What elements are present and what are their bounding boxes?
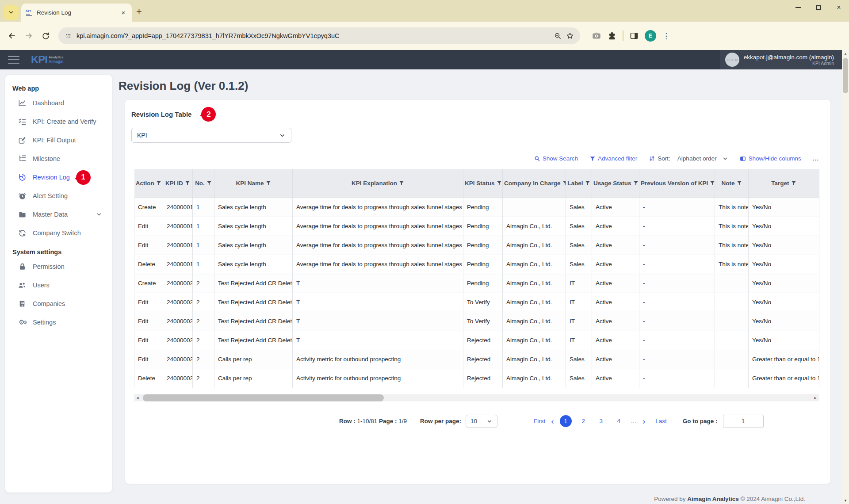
app-logo[interactable]: KPI Analytics Aimagin (31, 54, 64, 65)
column-header[interactable]: KPI Explanation (293, 169, 463, 198)
advanced-filter-button[interactable]: Advanced filter (589, 155, 637, 162)
column-header[interactable]: KPI ID (163, 169, 193, 198)
sidebar-item-milestone[interactable]: Milestone (5, 149, 112, 168)
last-page-link[interactable]: Last (655, 418, 667, 424)
page-number-1[interactable]: 1 (560, 415, 572, 427)
scroll-up-icon[interactable]: ▲ (842, 50, 849, 57)
column-filter-icon[interactable] (633, 180, 639, 186)
table-cell (503, 198, 566, 217)
table-row[interactable]: Edit240000022Test Rejected Add CR Delete… (134, 331, 819, 350)
hamburger-menu-icon[interactable] (8, 56, 19, 64)
table-row[interactable]: Edit240000011Sales cycle lengthAverage t… (134, 236, 819, 255)
column-filter-icon[interactable] (266, 180, 271, 186)
side-panel-icon[interactable] (630, 31, 639, 40)
sidebar-item-settings[interactable]: ⚙⚙ Settings (5, 313, 112, 332)
table-row[interactable]: Edit240000022Calls per repActivity metri… (134, 350, 819, 369)
table-row[interactable]: Edit240000022Test Rejected Add CR Delete… (134, 293, 819, 312)
extensions-puzzle-icon[interactable] (608, 31, 616, 40)
vertical-scroll-thumb[interactable] (843, 58, 848, 93)
rows-per-page-select[interactable]: 10 (466, 415, 497, 428)
address-bar[interactable]: kpi.aimagin.com/?_appId=app_170427737983… (58, 27, 580, 44)
prev-page-icon[interactable]: ‹ (551, 417, 554, 425)
goto-page-input[interactable]: 1 (723, 415, 764, 428)
camera-icon[interactable] (592, 31, 601, 41)
next-page-icon[interactable]: › (642, 417, 645, 425)
column-filter-icon[interactable] (737, 180, 742, 186)
new-tab-button[interactable]: + (136, 6, 142, 17)
column-header[interactable]: Company in Charge (503, 169, 566, 198)
column-filter-icon[interactable] (399, 180, 404, 186)
close-tab-icon[interactable]: × (119, 9, 127, 17)
table-row[interactable]: Delete240000022Calls per repActivity met… (134, 369, 819, 388)
first-page-link[interactable]: First (534, 418, 545, 424)
browser-tab[interactable]: KPI Revision Log × (21, 4, 132, 22)
page-number-2[interactable]: 2 (577, 415, 589, 427)
maximize-button[interactable] (808, 0, 829, 15)
column-header[interactable]: Target (749, 169, 819, 198)
table-row[interactable]: Create240000022Test Rejected Add CR Dele… (134, 274, 819, 293)
table-cell: Activity metric for outbound prospecting (293, 350, 463, 369)
close-window-button[interactable]: × (829, 0, 849, 15)
table-row[interactable]: Delete240000011Sales cycle lengthAverage… (134, 255, 819, 274)
sidebar-item-revision-log[interactable]: Revision Log 1 (5, 168, 112, 187)
column-filter-icon[interactable] (562, 180, 566, 186)
scroll-left-icon[interactable]: ◄ (134, 394, 141, 401)
table-toolbar: Show Search Advanced filter Sort: Alphab… (534, 155, 819, 162)
column-header[interactable]: KPI Status (463, 169, 503, 198)
table-row[interactable]: Edit240000022Test Rejected Add CR Delete… (134, 312, 819, 331)
more-options-button[interactable]: ... (813, 155, 819, 162)
tab-search-button[interactable] (4, 5, 19, 20)
zoom-out-icon[interactable] (554, 32, 562, 40)
table-cell: Pending (463, 274, 503, 293)
sidebar-item-kpi-fill-output[interactable]: KPI: Fill Output (5, 131, 112, 149)
column-header[interactable]: No. (193, 169, 214, 198)
column-header[interactable]: KPI Name (214, 169, 293, 198)
column-filter-icon[interactable] (585, 180, 590, 186)
column-header[interactable]: Note (715, 169, 749, 198)
bookmark-star-icon[interactable] (566, 32, 574, 40)
horizontal-scroll-thumb[interactable] (143, 394, 384, 401)
revision-table-select[interactable]: KPI (131, 128, 291, 143)
sidebar-item-company-switch[interactable]: Company Switch (5, 224, 112, 242)
sidebar-item-users[interactable]: Users (5, 276, 112, 294)
browser-menu-icon[interactable]: ⋮ (662, 31, 670, 41)
sidebar-item-companies[interactable]: Companies (5, 294, 112, 313)
minimize-button[interactable] (788, 0, 808, 15)
horizontal-scrollbar[interactable]: ◄ ► (134, 394, 819, 401)
forward-icon[interactable] (21, 28, 36, 43)
sidebar-item-dashboard[interactable]: Dashboard (5, 94, 112, 112)
sort-control[interactable]: Sort: Alphabet order (649, 155, 728, 162)
table-row[interactable]: Create240000011Sales cycle lengthAverage… (134, 198, 819, 217)
vertical-scrollbar[interactable]: ▲ ▼ (842, 50, 849, 504)
browser-profile-avatar[interactable]: E (645, 30, 656, 42)
reload-icon[interactable] (38, 28, 53, 43)
goto-page-label: Go to page : (683, 418, 718, 424)
column-filter-icon[interactable] (185, 180, 190, 186)
site-settings-icon[interactable] (65, 32, 72, 40)
sidebar-item-master-data[interactable]: Master Data (5, 205, 112, 224)
column-filter-icon[interactable] (497, 180, 502, 186)
show-search-button[interactable]: Show Search (534, 155, 578, 162)
table-row[interactable]: Edit240000011Sales cycle lengthAverage t… (134, 217, 819, 236)
page-number-3[interactable]: 3 (595, 415, 607, 427)
column-header[interactable]: Previous Version of KPI (639, 169, 715, 198)
scroll-down-icon[interactable]: ▼ (842, 497, 849, 504)
sidebar-item-kpi-create-verify[interactable]: KPI: Create and Verify (5, 112, 112, 131)
column-filter-icon[interactable] (156, 180, 161, 186)
column-filter-icon[interactable] (710, 180, 715, 186)
url-text[interactable]: kpi.aimagin.com/?_appId=app_170427737983… (76, 32, 550, 39)
sidebar-item-alert-setting[interactable]: Alert Setting (5, 187, 112, 205)
column-header[interactable]: Action (134, 169, 163, 198)
column-header[interactable]: Usage Status (592, 169, 639, 198)
table-cell: Test Rejected Add CR Delete (214, 274, 293, 293)
show-hide-columns-button[interactable]: Show/Hide columns (740, 155, 801, 162)
main-content: Revision Log (Ver 0.1.2) Revision Log Ta… (119, 69, 837, 504)
page-number-4[interactable]: 4 (613, 415, 625, 427)
sidebar-item-permission[interactable]: Permission (5, 257, 112, 276)
column-header[interactable]: Label (566, 169, 592, 198)
user-menu[interactable]: 32 x 32 ekkapot.j@aimagin.com (aimagin) … (720, 50, 842, 69)
column-filter-icon[interactable] (791, 180, 796, 186)
back-icon[interactable] (4, 28, 19, 43)
scroll-right-icon[interactable]: ► (812, 394, 819, 401)
column-filter-icon[interactable] (207, 180, 212, 186)
